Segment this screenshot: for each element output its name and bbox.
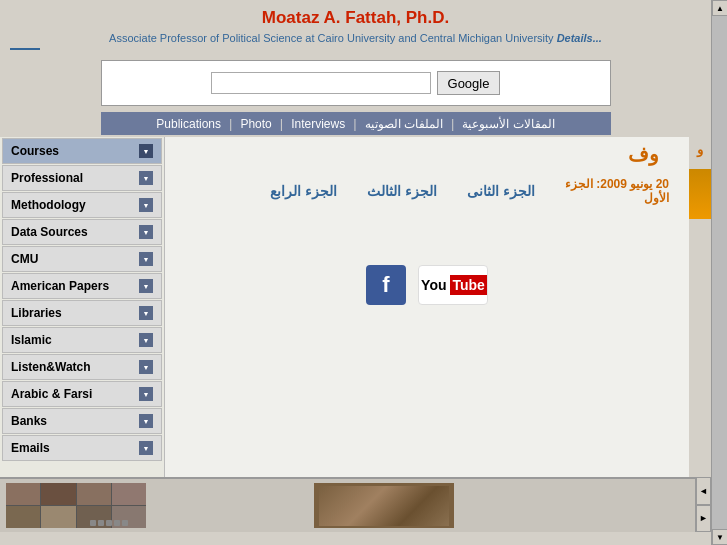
page-header: Moataz A. Fattah, Ph.D. Associate Profes…	[0, 0, 711, 54]
bottom-thumbnail-bar: ◄ ►	[0, 477, 711, 532]
courses-arrow-icon	[139, 144, 153, 158]
cmu-arrow-icon	[139, 252, 153, 266]
scroll-left-button[interactable]: ◄	[696, 477, 711, 505]
google-search-button[interactable]: Google	[437, 71, 501, 95]
part2-link[interactable]: الجزء الثانى	[467, 183, 535, 199]
social-icons-row: f YouTube	[175, 265, 679, 305]
sidebar-item-arabic-farsi[interactable]: Arabic & Farsi	[2, 381, 162, 407]
sidebar-item-data-sources[interactable]: Data Sources	[2, 219, 162, 245]
sidebar-item-methodology[interactable]: Methodology	[2, 192, 162, 218]
thumbnail-dots	[90, 520, 128, 526]
wof-text-decoration: وف	[628, 142, 659, 166]
methodology-arrow-icon	[139, 198, 153, 212]
nav-audio-files[interactable]: الملفات الصوتيه	[359, 117, 449, 131]
youtube-icon: YouTube	[418, 265, 488, 305]
libraries-arrow-icon	[139, 306, 153, 320]
facebook-icon[interactable]: f	[366, 265, 406, 305]
sidebar-item-libraries[interactable]: Libraries	[2, 300, 162, 326]
part1-link[interactable]: 20 يونيو 2009: الجزءالأول	[565, 177, 669, 205]
nav-publications[interactable]: Publications	[150, 117, 227, 131]
scroll-right-button[interactable]: ►	[696, 505, 711, 533]
sidebar-item-islamic[interactable]: Islamic	[2, 327, 162, 353]
content-area: وف 20 يونيو 2009: الجزءالأول الجزء الثان…	[165, 137, 689, 477]
professional-arrow-icon	[139, 171, 153, 185]
page-title: Moataz A. Fattah, Ph.D.	[0, 8, 711, 28]
scroll-track[interactable]	[712, 16, 727, 529]
part3-link[interactable]: الجزء الثالث	[367, 183, 437, 199]
part4-link[interactable]: الجزء الرابع	[270, 183, 337, 199]
sidebar-item-professional[interactable]: Professional	[2, 165, 162, 191]
bottom-scroll-buttons: ◄ ►	[695, 477, 711, 532]
nav-bar: المقالات الأسبوعية | الملفات الصوتيه | I…	[101, 112, 611, 135]
page-subtitle: Associate Professor of Political Science…	[0, 32, 711, 44]
right-decoration-strip: و	[689, 137, 711, 477]
nav-photo[interactable]: Photo	[234, 117, 277, 131]
sidebar-item-courses[interactable]: Courses	[2, 138, 162, 164]
data-sources-arrow-icon	[139, 225, 153, 239]
search-container: Google	[101, 60, 611, 106]
right-image-area	[689, 169, 711, 219]
main-layout: Courses Professional Methodology Data So…	[0, 137, 711, 477]
nav-interviews[interactable]: Interviews	[285, 117, 351, 131]
page-scrollbar: ▲ ▼	[711, 0, 727, 545]
emails-arrow-icon	[139, 441, 153, 455]
listen-watch-arrow-icon	[139, 360, 153, 374]
sidebar-item-banks[interactable]: Banks	[2, 408, 162, 434]
arabic-links-row: 20 يونيو 2009: الجزءالأول الجزء الثانى ا…	[175, 177, 679, 205]
arabic-farsi-arrow-icon	[139, 387, 153, 401]
sidebar-item-emails[interactable]: Emails	[2, 435, 162, 461]
search-input[interactable]	[211, 72, 431, 94]
sidebar-item-listen-watch[interactable]: Listen&Watch	[2, 354, 162, 380]
scroll-up-button[interactable]: ▲	[712, 0, 727, 16]
sidebar-item-cmu[interactable]: CMU	[2, 246, 162, 272]
scroll-down-button[interactable]: ▼	[712, 529, 727, 545]
thumbnail-2[interactable]	[314, 483, 454, 528]
sidebar: Courses Professional Methodology Data So…	[0, 137, 165, 477]
nav-weekly-articles[interactable]: المقالات الأسبوعية	[456, 117, 560, 131]
header-divider	[10, 48, 40, 50]
banks-arrow-icon	[139, 414, 153, 428]
details-link[interactable]: Details...	[557, 32, 602, 44]
american-papers-arrow-icon	[139, 279, 153, 293]
islamic-arrow-icon	[139, 333, 153, 347]
sidebar-item-american-papers[interactable]: American Papers	[2, 273, 162, 299]
